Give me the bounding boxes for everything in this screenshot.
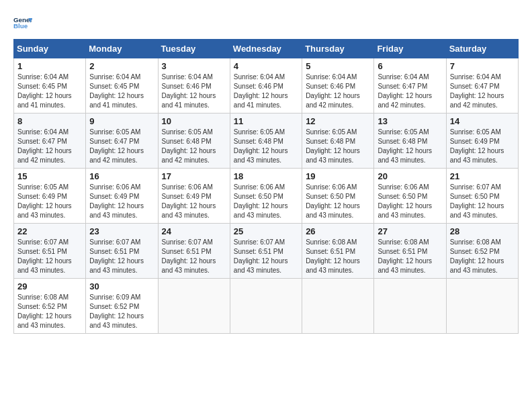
calendar-cell: 4Sunrise: 6:04 AMSunset: 6:46 PMDaylight… bbox=[230, 58, 302, 113]
day-number: 17 bbox=[162, 171, 226, 181]
calendar-cell: 22Sunrise: 6:07 AMSunset: 6:51 PMDayligh… bbox=[14, 224, 86, 279]
day-info: Sunrise: 6:05 AMSunset: 6:47 PMDaylight:… bbox=[89, 128, 154, 165]
day-info: Sunrise: 6:04 AMSunset: 6:47 PMDaylight:… bbox=[450, 73, 515, 110]
calendar-cell bbox=[302, 279, 374, 334]
day-number: 4 bbox=[234, 61, 298, 71]
logo: General Blue bbox=[13, 13, 32, 32]
calendar-week-5: 29Sunrise: 6:08 AMSunset: 6:52 PMDayligh… bbox=[14, 279, 519, 334]
page-header: General Blue bbox=[13, 13, 519, 32]
day-info: Sunrise: 6:07 AMSunset: 6:50 PMDaylight:… bbox=[450, 183, 515, 220]
day-number: 18 bbox=[234, 171, 298, 181]
calendar-week-2: 8Sunrise: 6:04 AMSunset: 6:47 PMDaylight… bbox=[14, 113, 519, 169]
calendar-cell: 7Sunrise: 6:04 AMSunset: 6:47 PMDaylight… bbox=[446, 58, 518, 113]
day-number: 19 bbox=[306, 171, 370, 181]
general-blue-logo-icon: General Blue bbox=[13, 13, 32, 32]
calendar-cell: 25Sunrise: 6:07 AMSunset: 6:51 PMDayligh… bbox=[230, 224, 302, 279]
calendar-cell bbox=[158, 279, 230, 334]
day-info: Sunrise: 6:07 AMSunset: 6:51 PMDaylight:… bbox=[17, 238, 82, 275]
calendar-cell: 11Sunrise: 6:05 AMSunset: 6:48 PMDayligh… bbox=[230, 113, 302, 169]
calendar-cell: 6Sunrise: 6:04 AMSunset: 6:47 PMDaylight… bbox=[374, 58, 446, 113]
weekday-header-saturday: Saturday bbox=[446, 40, 518, 58]
day-number: 23 bbox=[89, 226, 154, 236]
calendar-cell: 24Sunrise: 6:07 AMSunset: 6:51 PMDayligh… bbox=[158, 224, 230, 279]
calendar-week-4: 22Sunrise: 6:07 AMSunset: 6:51 PMDayligh… bbox=[14, 224, 519, 279]
day-info: Sunrise: 6:07 AMSunset: 6:51 PMDaylight:… bbox=[89, 238, 154, 275]
day-number: 29 bbox=[17, 281, 82, 291]
calendar-cell: 16Sunrise: 6:06 AMSunset: 6:49 PMDayligh… bbox=[86, 169, 158, 224]
calendar-cell bbox=[446, 279, 518, 334]
calendar-cell: 23Sunrise: 6:07 AMSunset: 6:51 PMDayligh… bbox=[86, 224, 158, 279]
day-number: 27 bbox=[378, 226, 442, 236]
day-info: Sunrise: 6:08 AMSunset: 6:52 PMDaylight:… bbox=[450, 238, 515, 275]
day-number: 12 bbox=[306, 116, 370, 126]
day-info: Sunrise: 6:07 AMSunset: 6:51 PMDaylight:… bbox=[162, 238, 226, 275]
calendar-cell: 26Sunrise: 6:08 AMSunset: 6:51 PMDayligh… bbox=[302, 224, 374, 279]
day-info: Sunrise: 6:04 AMSunset: 6:47 PMDaylight:… bbox=[378, 73, 442, 110]
day-info: Sunrise: 6:07 AMSunset: 6:51 PMDaylight:… bbox=[234, 238, 298, 275]
day-number: 16 bbox=[89, 171, 154, 181]
calendar-cell: 5Sunrise: 6:04 AMSunset: 6:46 PMDaylight… bbox=[302, 58, 374, 113]
day-number: 28 bbox=[450, 226, 515, 236]
day-number: 25 bbox=[234, 226, 298, 236]
weekday-header-wednesday: Wednesday bbox=[230, 40, 302, 58]
day-info: Sunrise: 6:05 AMSunset: 6:48 PMDaylight:… bbox=[234, 128, 298, 165]
day-info: Sunrise: 6:04 AMSunset: 6:46 PMDaylight:… bbox=[162, 73, 226, 110]
calendar-cell: 13Sunrise: 6:05 AMSunset: 6:48 PMDayligh… bbox=[374, 113, 446, 169]
day-info: Sunrise: 6:05 AMSunset: 6:49 PMDaylight:… bbox=[17, 183, 82, 220]
calendar-cell: 12Sunrise: 6:05 AMSunset: 6:48 PMDayligh… bbox=[302, 113, 374, 169]
weekday-header-tuesday: Tuesday bbox=[158, 40, 230, 58]
weekday-header-friday: Friday bbox=[374, 40, 446, 58]
day-number: 1 bbox=[17, 61, 82, 71]
day-info: Sunrise: 6:06 AMSunset: 6:50 PMDaylight:… bbox=[306, 183, 370, 220]
day-info: Sunrise: 6:06 AMSunset: 6:50 PMDaylight:… bbox=[378, 183, 442, 220]
day-info: Sunrise: 6:06 AMSunset: 6:49 PMDaylight:… bbox=[162, 183, 226, 220]
day-info: Sunrise: 6:05 AMSunset: 6:48 PMDaylight:… bbox=[378, 128, 442, 165]
day-number: 6 bbox=[378, 61, 442, 71]
day-number: 10 bbox=[162, 116, 226, 126]
calendar-cell: 10Sunrise: 6:05 AMSunset: 6:48 PMDayligh… bbox=[158, 113, 230, 169]
weekday-header-thursday: Thursday bbox=[302, 40, 374, 58]
calendar-cell: 15Sunrise: 6:05 AMSunset: 6:49 PMDayligh… bbox=[14, 169, 86, 224]
calendar-cell: 17Sunrise: 6:06 AMSunset: 6:49 PMDayligh… bbox=[158, 169, 230, 224]
svg-text:Blue: Blue bbox=[13, 22, 28, 30]
day-info: Sunrise: 6:04 AMSunset: 6:46 PMDaylight:… bbox=[234, 73, 298, 110]
calendar-cell: 3Sunrise: 6:04 AMSunset: 6:46 PMDaylight… bbox=[158, 58, 230, 113]
calendar-cell: 21Sunrise: 6:07 AMSunset: 6:50 PMDayligh… bbox=[446, 169, 518, 224]
day-number: 3 bbox=[162, 61, 226, 71]
calendar-cell: 30Sunrise: 6:09 AMSunset: 6:52 PMDayligh… bbox=[86, 279, 158, 334]
day-info: Sunrise: 6:04 AMSunset: 6:47 PMDaylight:… bbox=[17, 128, 82, 165]
day-info: Sunrise: 6:05 AMSunset: 6:48 PMDaylight:… bbox=[162, 128, 226, 165]
days-of-week-row: SundayMondayTuesdayWednesdayThursdayFrid… bbox=[14, 40, 519, 58]
day-number: 15 bbox=[17, 171, 82, 181]
calendar-week-1: 1Sunrise: 6:04 AMSunset: 6:45 PMDaylight… bbox=[14, 58, 519, 113]
calendar-cell: 20Sunrise: 6:06 AMSunset: 6:50 PMDayligh… bbox=[374, 169, 446, 224]
day-info: Sunrise: 6:08 AMSunset: 6:52 PMDaylight:… bbox=[17, 293, 82, 330]
day-number: 8 bbox=[17, 116, 82, 126]
day-number: 7 bbox=[450, 61, 515, 71]
calendar-cell bbox=[374, 279, 446, 334]
calendar-week-3: 15Sunrise: 6:05 AMSunset: 6:49 PMDayligh… bbox=[14, 169, 519, 224]
day-info: Sunrise: 6:04 AMSunset: 6:46 PMDaylight:… bbox=[306, 73, 370, 110]
calendar-body: 1Sunrise: 6:04 AMSunset: 6:45 PMDaylight… bbox=[14, 58, 519, 334]
calendar-cell: 18Sunrise: 6:06 AMSunset: 6:50 PMDayligh… bbox=[230, 169, 302, 224]
day-number: 20 bbox=[378, 171, 442, 181]
day-number: 26 bbox=[306, 226, 370, 236]
weekday-header-monday: Monday bbox=[86, 40, 158, 58]
day-number: 30 bbox=[89, 281, 154, 291]
calendar-table: SundayMondayTuesdayWednesdayThursdayFrid… bbox=[13, 39, 519, 334]
day-number: 14 bbox=[450, 116, 515, 126]
day-number: 22 bbox=[17, 226, 82, 236]
calendar-cell: 27Sunrise: 6:08 AMSunset: 6:51 PMDayligh… bbox=[374, 224, 446, 279]
calendar-cell: 2Sunrise: 6:04 AMSunset: 6:45 PMDaylight… bbox=[86, 58, 158, 113]
calendar-cell: 19Sunrise: 6:06 AMSunset: 6:50 PMDayligh… bbox=[302, 169, 374, 224]
day-info: Sunrise: 6:05 AMSunset: 6:49 PMDaylight:… bbox=[450, 128, 515, 165]
calendar-cell: 8Sunrise: 6:04 AMSunset: 6:47 PMDaylight… bbox=[14, 113, 86, 169]
calendar-cell: 29Sunrise: 6:08 AMSunset: 6:52 PMDayligh… bbox=[14, 279, 86, 334]
day-info: Sunrise: 6:09 AMSunset: 6:52 PMDaylight:… bbox=[89, 293, 154, 330]
day-info: Sunrise: 6:08 AMSunset: 6:51 PMDaylight:… bbox=[306, 238, 370, 275]
day-number: 24 bbox=[162, 226, 226, 236]
day-number: 13 bbox=[378, 116, 442, 126]
day-number: 21 bbox=[450, 171, 515, 181]
calendar-cell: 28Sunrise: 6:08 AMSunset: 6:52 PMDayligh… bbox=[446, 224, 518, 279]
calendar-cell: 1Sunrise: 6:04 AMSunset: 6:45 PMDaylight… bbox=[14, 58, 86, 113]
